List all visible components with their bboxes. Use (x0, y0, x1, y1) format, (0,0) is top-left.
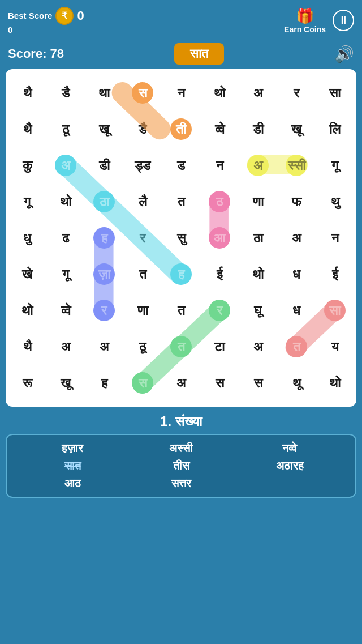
grid-cell[interactable]: थो (200, 75, 239, 111)
grid-cell[interactable]: थो (46, 184, 85, 220)
grid-cell[interactable]: र (123, 220, 162, 256)
grid-cell[interactable]: था (85, 75, 123, 111)
grid-cell[interactable]: थै (8, 111, 46, 147)
grid-cell[interactable]: त (162, 329, 200, 365)
grid-cell[interactable]: लै (123, 184, 162, 220)
grid-cell[interactable]: थो (239, 256, 277, 292)
grid-cell[interactable]: डी (239, 111, 277, 147)
grid-cell[interactable]: न (162, 75, 200, 111)
volume-button[interactable]: 🔊 (334, 45, 354, 63)
grid-cell[interactable]: ई (200, 256, 239, 292)
grid-cell[interactable]: थु (316, 184, 354, 220)
grid-cell[interactable]: सा (316, 292, 354, 329)
grid-cell[interactable]: थै (8, 329, 46, 365)
grid-cell[interactable]: अ (239, 147, 277, 184)
grid-cell[interactable]: ठ (200, 184, 239, 220)
grid-cell[interactable]: थै (8, 75, 46, 111)
grid-cell[interactable]: ह (162, 256, 200, 292)
grid-cell[interactable]: ठू (46, 111, 85, 147)
grid-cell[interactable]: सा (316, 75, 354, 111)
grid-cell[interactable]: खे (8, 256, 46, 292)
grid-cell[interactable]: स (239, 365, 277, 401)
grid-cell[interactable]: ह (85, 365, 123, 401)
grid-cell[interactable]: ड्ड (123, 147, 162, 184)
grid-cell[interactable]: न (316, 220, 354, 256)
grid-cell[interactable]: अ (85, 329, 123, 365)
grid-wrapper: थै डै था स न थो अ र सा थै ठू खू डै ती (8, 75, 354, 401)
grid-table: थै डै था स न थो अ र सा थै ठू खू डै ती (8, 75, 354, 401)
grid-cell[interactable]: कु (8, 147, 46, 184)
grid-cell[interactable]: सु (162, 220, 200, 256)
grid-cell[interactable]: ड (162, 147, 200, 184)
grid-cell[interactable]: ध (277, 292, 316, 329)
current-word-badge: सात (174, 43, 224, 65)
grid-cell[interactable]: स (123, 365, 162, 401)
grid-cell[interactable]: डै (123, 111, 162, 147)
grid-cell[interactable]: खू (46, 365, 85, 401)
grid-cell[interactable]: रू (8, 365, 46, 401)
grid-cell[interactable]: व्वे (200, 111, 239, 147)
grid-cell[interactable]: डै (46, 75, 85, 111)
grid-cell[interactable]: ठा (85, 184, 123, 220)
grid-cell[interactable]: स (123, 75, 162, 111)
grid-cell[interactable]: घू (239, 292, 277, 329)
grid-cell[interactable]: खू (85, 111, 123, 147)
grid-cell[interactable]: अ (46, 147, 85, 184)
grid-cell[interactable]: ठू (123, 329, 162, 365)
grid-cell[interactable]: थू (277, 365, 316, 401)
word-item: अस्सी (127, 442, 235, 455)
grid-cell[interactable]: स्सी (277, 147, 316, 184)
grid-cell[interactable]: थो (316, 365, 354, 401)
grid-cell[interactable]: अ (277, 220, 316, 256)
grid-cell[interactable]: थो (8, 292, 46, 329)
grid-cell[interactable]: ती (162, 111, 200, 147)
grid-cell[interactable]: अ (46, 329, 85, 365)
score-text: Score: 78 (8, 46, 64, 61)
grid-cell[interactable]: णा (123, 292, 162, 329)
grid-cell[interactable]: गू (316, 147, 354, 184)
grid-cell[interactable]: णा (239, 184, 277, 220)
earn-coins-block[interactable]: 🎁 Earn Coins (284, 7, 326, 34)
grid-cell[interactable]: फ (277, 184, 316, 220)
grid-cell[interactable]: य (316, 329, 354, 365)
grid-cell[interactable]: व्वे (46, 292, 85, 329)
grid-cell[interactable]: ढ (46, 220, 85, 256)
grid-cell[interactable]: ध (277, 256, 316, 292)
grid-cell[interactable]: आ (200, 220, 239, 256)
grid-cell[interactable]: धु (8, 220, 46, 256)
grid-cell[interactable]: त (277, 329, 316, 365)
words-row: आठ सत्तर (18, 477, 344, 490)
grid-row: धु ढ ह र सु आ ठा अ न (8, 220, 354, 256)
grid-cell[interactable]: अ (162, 365, 200, 401)
grid-cell[interactable]: ह (85, 220, 123, 256)
grid-cell[interactable]: न (200, 147, 239, 184)
grid-cell[interactable]: र (85, 292, 123, 329)
grid-cell[interactable]: ई (316, 256, 354, 292)
grid-cell[interactable]: ज़ा (85, 256, 123, 292)
grid-cell[interactable]: खू (277, 111, 316, 147)
grid-cell[interactable]: लि (316, 111, 354, 147)
grid-container: थै डै था स न थो अ र सा थै ठू खू डै ती (6, 69, 356, 407)
grid-cell[interactable]: र (277, 75, 316, 111)
grid-cell[interactable]: ठा (239, 220, 277, 256)
grid-row: गू थो ठा लै त ठ णा फ थु (8, 184, 354, 220)
grid-cell[interactable]: अ (239, 329, 277, 365)
word-item (235, 477, 344, 490)
grid-cell[interactable]: टा (200, 329, 239, 365)
pause-button[interactable]: ⏸ (333, 10, 354, 31)
pause-icon: ⏸ (338, 15, 348, 27)
grid-cell[interactable]: गू (8, 184, 46, 220)
grid-cell[interactable]: डी (85, 147, 123, 184)
grid-cell[interactable]: गू (46, 256, 85, 292)
grid-cell[interactable]: स (200, 365, 239, 401)
grid-cell[interactable]: त (123, 256, 162, 292)
grid-cell[interactable]: अ (239, 75, 277, 111)
word-item: हज़ार (18, 442, 127, 455)
grid-cell[interactable]: त (162, 184, 200, 220)
grid-cell[interactable]: त (162, 292, 200, 329)
score-bar: Score: 78 सात 🔊 (0, 41, 362, 69)
word-item: अठारह (235, 459, 344, 472)
words-row: हज़ार अस्सी नव्वे (18, 442, 344, 455)
coin-symbol: ₹ (62, 10, 67, 21)
grid-cell[interactable]: र (200, 292, 239, 329)
